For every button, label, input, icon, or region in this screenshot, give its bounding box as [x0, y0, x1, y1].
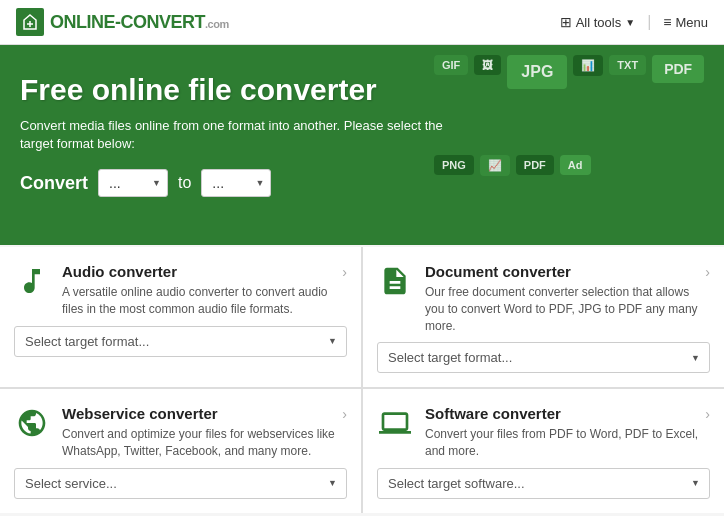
chevron-down-icon: ▼ [625, 17, 635, 28]
card-header-webservice: Webservice converter › Convert and optim… [14, 405, 347, 460]
grid-icon: ⊞ [560, 14, 572, 30]
card-title-row-webservice: Webservice converter › [62, 405, 347, 422]
card-title-row-document: Document converter › [425, 263, 710, 280]
to-label: to [178, 174, 191, 192]
ad-badge: Ad [560, 155, 591, 175]
card-select-wrapper-document: Select target format... [377, 342, 710, 373]
logo-text: ONLINE-CONVERT.com [50, 12, 229, 33]
pdf2-badge: PDF [516, 155, 554, 175]
cards-grid: Audio converter › A versatile online aud… [0, 247, 724, 513]
webservice-icon [14, 407, 50, 439]
card-select-wrapper-webservice: Select service... [14, 468, 347, 499]
from-format-select[interactable]: ... [98, 169, 168, 197]
card-select-document[interactable]: Select target format... [377, 342, 710, 373]
card-title-row-audio: Audio converter › [62, 263, 347, 280]
to-format-select[interactable]: ... [201, 169, 271, 197]
card-title-software: Software converter [425, 405, 561, 422]
card-info-software: Software converter › Convert your files … [425, 405, 710, 460]
menu-label: Menu [675, 15, 708, 30]
software-icon [377, 407, 413, 439]
card-info-audio: Audio converter › A versatile online aud… [62, 263, 347, 318]
pdf-badge: PDF [652, 55, 704, 83]
to-select-wrapper: ... [201, 169, 271, 197]
card-title-document: Document converter [425, 263, 571, 280]
card-title-row-software: Software converter › [425, 405, 710, 422]
card-desc-webservice: Convert and optimize your files for webs… [62, 426, 347, 460]
txt-badge: TXT [609, 55, 646, 75]
card-select-software[interactable]: Select target software... [377, 468, 710, 499]
chart-badge: 📈 [480, 155, 510, 176]
from-select-wrapper: ... [98, 169, 168, 197]
card-header-document: Document converter › Our free document c… [377, 263, 710, 334]
card-select-wrapper-audio: Select target format... [14, 326, 347, 357]
logo-icon [16, 8, 44, 36]
nav-area: ⊞ All tools ▼ | ≡ Menu [560, 13, 708, 31]
card-arrow-document: › [705, 264, 710, 280]
card-webservice: Webservice converter › Convert and optim… [0, 389, 361, 513]
card-info-webservice: Webservice converter › Convert and optim… [62, 405, 347, 460]
card-title-webservice: Webservice converter [62, 405, 218, 422]
card-arrow-audio: › [342, 264, 347, 280]
card-arrow-webservice: › [342, 406, 347, 422]
header: ONLINE-CONVERT.com ⊞ All tools ▼ | ≡ Men… [0, 0, 724, 45]
all-tools-nav[interactable]: ⊞ All tools ▼ [560, 14, 635, 30]
document-icon [377, 265, 413, 297]
card-audio: Audio converter › A versatile online aud… [0, 247, 361, 387]
card-desc-document: Our free document converter selection th… [425, 284, 710, 334]
png-badge: PNG [434, 155, 474, 175]
jpg-badge: JPG [507, 55, 567, 89]
card-desc-software: Convert your files from PDF to Word, PDF… [425, 426, 710, 460]
hero-bg-icons: GIF 🖼 JPG 📊 TXT PDF PNG 📈 PDF Ad [424, 45, 724, 245]
all-tools-label: All tools [576, 15, 622, 30]
nav-divider: | [647, 13, 651, 31]
image-badge: 🖼 [474, 55, 501, 75]
gif-badge: GIF [434, 55, 468, 75]
card-select-wrapper-software: Select target software... [377, 468, 710, 499]
logo: ONLINE-CONVERT.com [16, 8, 229, 36]
audio-icon [14, 265, 50, 297]
card-title-audio: Audio converter [62, 263, 177, 280]
hero-title: Free online file converter [20, 73, 440, 107]
hero-section: GIF 🖼 JPG 📊 TXT PDF PNG 📈 PDF Ad Free on… [0, 45, 724, 245]
hero-subtitle: Convert media files online from one form… [20, 117, 450, 153]
card-document: Document converter › Our free document c… [363, 247, 724, 387]
card-info-document: Document converter › Our free document c… [425, 263, 710, 334]
hamburger-icon: ≡ [663, 14, 671, 30]
card-desc-audio: A versatile online audio converter to co… [62, 284, 347, 318]
card-header-software: Software converter › Convert your files … [377, 405, 710, 460]
card-header-audio: Audio converter › A versatile online aud… [14, 263, 347, 318]
bars-badge: 📊 [573, 55, 603, 76]
card-software: Software converter › Convert your files … [363, 389, 724, 513]
card-select-webservice[interactable]: Select service... [14, 468, 347, 499]
card-select-audio[interactable]: Select target format... [14, 326, 347, 357]
convert-label: Convert [20, 173, 88, 194]
menu-nav[interactable]: ≡ Menu [663, 14, 708, 30]
card-arrow-software: › [705, 406, 710, 422]
